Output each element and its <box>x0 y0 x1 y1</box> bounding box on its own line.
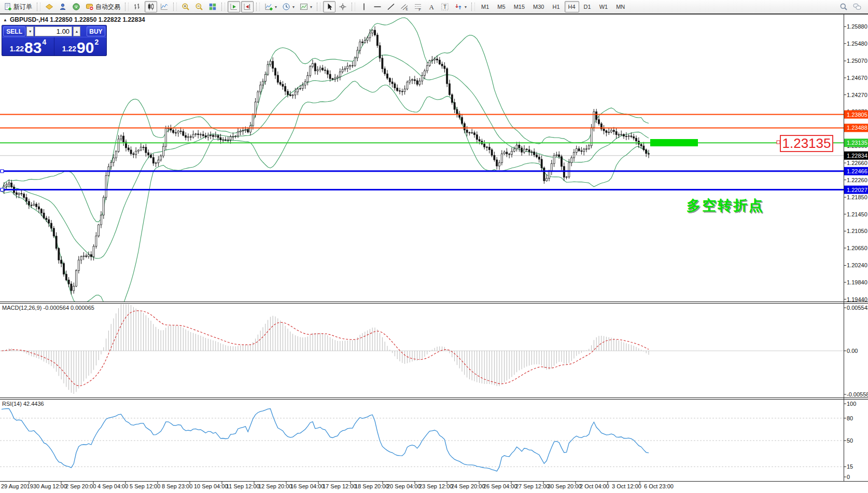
candle-body <box>123 136 124 142</box>
cursor-button[interactable] <box>323 1 335 12</box>
chat-button[interactable] <box>851 1 863 12</box>
candle-body <box>412 79 413 80</box>
candle-body <box>561 157 563 167</box>
tf-mn-button[interactable]: MN <box>612 1 628 12</box>
tf-m30-button[interactable]: M30 <box>529 1 548 12</box>
price-tick-label: 1.19440 <box>847 296 867 303</box>
candle-body <box>43 213 45 218</box>
candle-body <box>558 155 560 157</box>
candle-body <box>586 149 587 149</box>
toolbar-group <box>131 0 171 13</box>
buy-price-pips: 90 <box>77 41 94 54</box>
arrows-icon <box>454 3 463 11</box>
sell-price[interactable]: 1.22 83 4 <box>2 37 54 56</box>
text-label-button[interactable]: T <box>439 1 451 12</box>
candle-body <box>38 207 40 209</box>
candle-body <box>576 149 577 153</box>
dropdown-caret-icon[interactable]: ▾ <box>310 5 312 9</box>
support-line-2-handle[interactable] <box>1 188 4 191</box>
volume-input[interactable] <box>35 26 72 36</box>
sell-button[interactable]: SELL <box>3 26 25 36</box>
fibo-icon: F <box>414 3 422 11</box>
price-tick-label: 1.25480 <box>847 40 867 47</box>
candle-body <box>140 147 142 150</box>
profile-button[interactable] <box>43 1 55 12</box>
tf-h1-button-label: H1 <box>552 4 559 10</box>
chart-area[interactable]: 1.23135多空转折点多空转折点1.258801.254801.250701.… <box>0 0 868 493</box>
tf-h1-button[interactable]: H1 <box>549 1 563 12</box>
template-icon <box>300 3 308 11</box>
candle-body <box>596 112 597 119</box>
dropdown-caret-icon[interactable]: ▾ <box>292 5 295 9</box>
sell-price-figure: 1.22 <box>10 45 24 52</box>
candle-body <box>177 131 179 133</box>
templates-button[interactable]: ▾ <box>298 1 314 12</box>
tf-m5-button-label: M5 <box>497 4 505 10</box>
candle-body <box>327 71 328 74</box>
candle-body <box>317 70 318 71</box>
tf-h4-button[interactable]: H4 <box>565 1 579 12</box>
auto-scroll-button[interactable] <box>228 1 240 12</box>
candle-body <box>389 78 390 82</box>
periods-button[interactable]: ▾ <box>280 1 297 12</box>
tf-h4-button-label: H4 <box>568 4 576 10</box>
annotation-text[interactable]: 多空转折点 <box>687 198 764 213</box>
candle-body <box>526 149 527 149</box>
candle-body <box>220 138 221 140</box>
candlestick-chart-button[interactable] <box>145 1 157 12</box>
zoom-in-button[interactable] <box>179 1 192 12</box>
trendline-button[interactable] <box>385 1 397 12</box>
line-chart-button[interactable] <box>158 1 171 12</box>
buy-price[interactable]: 1.22 90 2 <box>54 37 106 56</box>
callout-handle[interactable] <box>777 141 780 144</box>
candle-body <box>352 65 353 66</box>
candle-body <box>133 154 134 155</box>
search-button[interactable] <box>837 1 850 12</box>
candle-body <box>183 131 184 135</box>
channel-button[interactable]: E <box>398 1 411 12</box>
sell-price-pipette: 4 <box>42 38 46 46</box>
candle-body <box>6 184 7 186</box>
tf-m15-button[interactable]: M15 <box>510 1 528 12</box>
horizontal-line-button[interactable] <box>371 1 384 12</box>
candle-body <box>454 102 455 109</box>
tile-windows-button[interactable] <box>206 1 219 12</box>
candle-body <box>80 257 82 260</box>
dropdown-caret-icon[interactable]: ▾ <box>275 5 277 9</box>
vertical-line-button[interactable] <box>358 1 370 12</box>
candle-body <box>78 260 79 271</box>
dropdown-caret-icon[interactable]: ▾ <box>465 5 467 9</box>
community-button[interactable] <box>57 1 69 12</box>
highlight-rectangle[interactable] <box>650 139 698 146</box>
candle-body <box>158 160 159 163</box>
volume-increase-button[interactable]: ▲ <box>73 26 80 36</box>
tf-m1-button[interactable]: M1 <box>478 1 493 12</box>
tf-w1-button[interactable]: W1 <box>596 1 612 12</box>
tf-d1-button[interactable]: D1 <box>580 1 595 12</box>
tf-m5-button[interactable]: M5 <box>494 1 509 12</box>
candle-body <box>160 156 162 160</box>
signals-button[interactable] <box>70 1 82 12</box>
autotrading-button[interactable]: 自动交易 <box>83 1 122 12</box>
candle-body <box>245 130 246 130</box>
chart-shift-button[interactable] <box>241 1 254 12</box>
support-line-1-handle[interactable] <box>1 170 4 173</box>
candle-body <box>110 162 112 167</box>
text-button[interactable]: A <box>425 1 438 12</box>
toolbar-separator <box>37 3 40 11</box>
zoom-out-button[interactable] <box>193 1 205 12</box>
buy-button[interactable]: BUY <box>87 26 105 36</box>
candle-body <box>407 82 408 89</box>
candle-body <box>297 89 299 92</box>
indicators-button[interactable]: ▾ <box>262 1 279 12</box>
volume-decrease-button[interactable]: ▼ <box>26 26 34 36</box>
toolbar-separator <box>317 3 320 11</box>
fibonacci-button[interactable]: F <box>412 1 424 12</box>
price-tick-label: 1.20650 <box>847 245 867 251</box>
collapse-triangle-icon[interactable]: ▲ <box>3 18 7 22</box>
candle-body <box>272 61 274 69</box>
crosshair-button[interactable] <box>337 1 349 12</box>
arrows-button[interactable]: ▾ <box>452 1 469 12</box>
new-order-button[interactable]: 新订单 <box>2 1 34 12</box>
bar-chart-button[interactable] <box>131 1 144 12</box>
